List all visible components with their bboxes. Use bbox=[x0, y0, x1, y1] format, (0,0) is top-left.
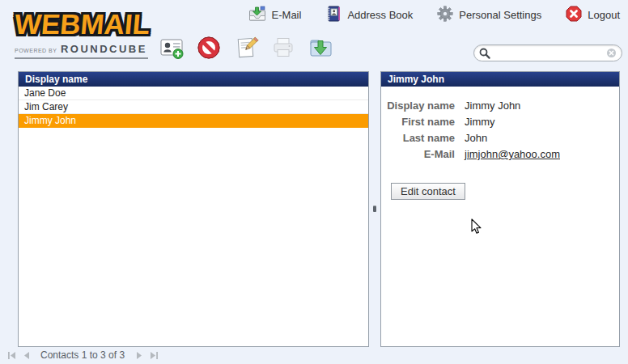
delete-contact-icon bbox=[196, 35, 222, 64]
nav-logout[interactable]: Logout bbox=[566, 6, 620, 24]
search-box bbox=[473, 44, 622, 61]
nav-address-book[interactable]: Address Book bbox=[325, 6, 413, 24]
address-book-icon bbox=[325, 6, 342, 24]
print-button bbox=[270, 36, 296, 62]
contacts-list-header: Display name bbox=[19, 72, 368, 87]
contact-row-jim-carey[interactable]: Jim Carey bbox=[19, 100, 368, 114]
webmail-logo: WEBMAIL POWERED BY ROUNDCUBE bbox=[15, 10, 148, 59]
pagination-text: Contacts 1 to 3 of 3 bbox=[40, 349, 125, 361]
field-value-first-name: Jimmy bbox=[465, 116, 619, 128]
field-label-display-name: Display name bbox=[381, 99, 465, 112]
field-label-first-name: First name bbox=[381, 116, 465, 128]
compose-button[interactable] bbox=[233, 36, 259, 62]
import-button[interactable] bbox=[308, 36, 333, 62]
field-value-display-name: Jimmy John bbox=[465, 99, 619, 112]
first-page-icon[interactable] bbox=[6, 350, 17, 361]
nav-personal-settings[interactable]: Personal Settings bbox=[437, 6, 541, 24]
search-clear-icon[interactable] bbox=[606, 48, 617, 58]
delete-contact-button[interactable] bbox=[196, 36, 222, 62]
compose-icon bbox=[233, 35, 259, 64]
last-page-icon[interactable] bbox=[148, 350, 159, 361]
nav-personal-settings-label: Personal Settings bbox=[459, 9, 541, 21]
print-icon bbox=[270, 35, 296, 64]
webmail-app: WEBMAIL POWERED BY ROUNDCUBE E-Mail bbox=[0, 0, 628, 364]
nav-email-label: E-Mail bbox=[272, 9, 302, 21]
splitter-handle-icon bbox=[373, 206, 376, 212]
contact-row-jimmy-john[interactable]: Jimmy John bbox=[19, 114, 368, 128]
top-nav: E-Mail Address Book bbox=[248, 6, 620, 24]
nav-email[interactable]: E-Mail bbox=[248, 6, 302, 24]
nav-logout-label: Logout bbox=[588, 9, 620, 21]
contact-detail-header: Jimmy John bbox=[381, 72, 619, 87]
search-icon bbox=[479, 48, 490, 59]
add-contact-icon bbox=[159, 35, 185, 64]
field-label-email: E-Mail bbox=[381, 148, 465, 160]
email-icon bbox=[248, 6, 266, 24]
toolbar bbox=[159, 36, 333, 62]
field-value-last-name: John bbox=[465, 132, 619, 144]
field-label-last-name: Last name bbox=[381, 132, 465, 144]
next-page-icon[interactable] bbox=[134, 350, 144, 361]
logo-brand: ROUNDCUBE bbox=[61, 43, 147, 55]
add-contact-button[interactable] bbox=[159, 36, 185, 62]
contact-detail-panel: Jimmy John Display name Jimmy John First… bbox=[380, 71, 620, 347]
panel-splitter[interactable] bbox=[371, 204, 377, 214]
previous-page-icon[interactable] bbox=[21, 350, 32, 361]
contacts-pagination: Contacts 1 to 3 of 3 bbox=[6, 349, 159, 361]
edit-contact-button[interactable]: Edit contact bbox=[391, 183, 465, 200]
search-input[interactable] bbox=[490, 48, 606, 59]
email-link[interactable]: jimjohn@yahoo.com bbox=[465, 148, 619, 160]
nav-address-book-label: Address Book bbox=[347, 9, 413, 21]
import-icon bbox=[308, 35, 333, 64]
contact-fields: Display name Jimmy John First name Jimmy… bbox=[381, 99, 619, 160]
logout-icon bbox=[566, 6, 582, 24]
logo-powered-by: POWERED BY bbox=[15, 48, 57, 53]
gear-icon bbox=[437, 6, 453, 24]
contacts-list-panel: Display name Jane Doe Jim Carey Jimmy Jo… bbox=[18, 71, 369, 347]
logo-title: WEBMAIL bbox=[13, 10, 151, 38]
contact-row-jane-doe[interactable]: Jane Doe bbox=[19, 87, 368, 100]
